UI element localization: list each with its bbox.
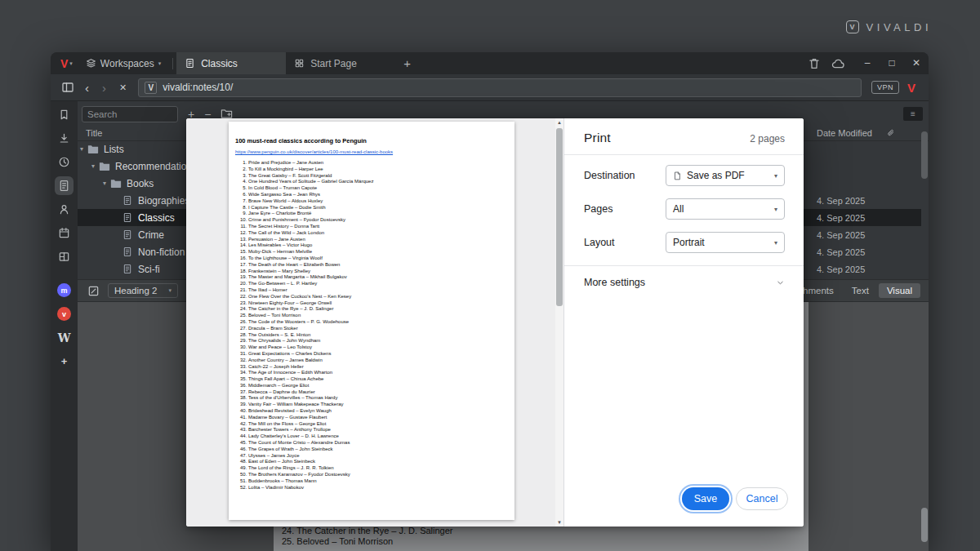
scrollbar-thumb[interactable] [921,131,928,179]
column-title[interactable]: Title [86,128,102,138]
panel-bookmarks-button[interactable] [57,108,71,122]
book-item: The Chrysalids – John Wyndham [248,338,508,344]
print-dialog: 100 must-read classics according to Peng… [186,118,804,527]
scroll-up-icon[interactable]: ▲ [555,118,564,127]
book-item: I Capture The Castle – Dodie Smith [248,205,508,211]
panel-history-button[interactable] [57,155,71,169]
book-item: The Outsiders – S. E. Hinton [248,332,508,339]
window-controls: – □ ✕ [855,52,929,74]
cancel-button[interactable]: Cancel [736,487,788,510]
search-input[interactable] [82,106,178,122]
minimize-button[interactable]: – [855,52,880,74]
column-date-modified[interactable]: Date Modified [817,128,872,138]
editor-tab-text[interactable]: Text [844,283,877,298]
more-settings-label: More settings [584,277,645,288]
wikipedia-icon: W [58,331,71,344]
scrollbar-thumb[interactable] [921,508,928,542]
note-edit-icon[interactable] [87,285,100,297]
panel-toggle-icon[interactable] [61,81,74,94]
dialog-footer: Save Cancel [564,471,804,527]
book-item: To the Lighthouse – Virginia Woolf [248,256,508,262]
book-item: Dracula – Bram Stoker [248,326,508,332]
forward-button[interactable]: › [102,82,106,94]
folder-icon [99,161,110,171]
book-item: Buddenbrooks – Thomas Mann [248,478,508,485]
scrollbar-thumb[interactable] [556,128,563,306]
sync-cloud-icon[interactable] [831,57,844,70]
new-tab-button[interactable]: + [395,56,419,70]
dropdown-caret-icon: ▾ [774,172,777,180]
browser-window: V ▾ Workspaces ▾ ClassicsStart Page + – … [51,52,929,551]
panel-calendar-button[interactable] [57,226,71,240]
editor-tab-visual[interactable]: Visual [879,283,920,298]
book-item: The Code of the Woosters – P. G. Wodehou… [248,319,508,326]
date-modified: 4. Sep 2025 [817,213,865,223]
more-settings-button[interactable]: More settings [564,266,804,299]
maximize-button[interactable]: □ [880,52,904,74]
book-item: Nineteen Eighty-Four – George Orwell [248,300,508,307]
panel-wikipedia-button[interactable]: W [57,331,71,344]
back-button[interactable]: ‹ [85,82,89,94]
destination-select[interactable]: Save as PDF▾ [666,165,785,186]
book-item: Lolita – Vladimir Nabokov [248,485,508,491]
book-item: Jane Eyre – Charlotte Brontë [248,211,508,217]
url-field[interactable]: V vivaldi:notes/10/ [138,78,862,97]
panel-notes-button[interactable] [57,179,71,193]
text-style-dropdown[interactable]: Heading 2 ▾ [108,283,178,298]
panel-contacts-button[interactable] [57,202,71,216]
chevron-down-icon [776,278,785,287]
date-modified: 4. Sep 2025 [817,247,865,257]
print-field-label: Destination [584,170,666,181]
book-item: Beloved – Toni Morrison [248,313,508,319]
panel-tiling-button[interactable] [57,250,71,264]
book-item: The Master and Margarita – Mikhail Bulga… [248,274,508,281]
print-title: Print [584,131,611,145]
book-item: Les Misérables – Victor Hugo [248,242,508,249]
trash-icon[interactable] [808,57,821,70]
pages-select[interactable]: All▾ [666,198,785,220]
chevron-down-icon: ▾ [69,60,73,67]
panel-mastodon-button[interactable]: m [57,283,71,297]
panel-menu-button[interactable]: ≡ [903,107,923,121]
preview-scrollbar[interactable]: ▲ ▼ [555,118,564,527]
tab-start-page[interactable]: Start Page [286,52,395,74]
panel-add-webpanel-button[interactable]: + [57,354,71,368]
vivaldi-menu-button[interactable]: V ▾ [56,57,78,70]
editor-scrollbar[interactable] [921,506,928,548]
book-item: One Hundred Years of Solitude – Gabriel … [248,179,508,185]
workspaces-button[interactable]: Workspaces ▾ [78,58,169,69]
history-icon [58,156,70,168]
book-item: Lady Chatterley's Lover – D. H. Lawrence [248,433,508,440]
save-button[interactable]: Save [682,487,729,510]
pdf-icon [673,171,682,181]
scroll-down-icon[interactable]: ▼ [555,518,564,527]
speeddial-icon [294,58,305,69]
print-header: Print 2 pages [564,118,804,154]
page-count: 2 pages [750,133,785,144]
layers-icon [86,58,96,69]
book-item: Catch-22 – Joseph Heller [248,364,508,371]
vpn-badge[interactable]: VPN [871,81,899,94]
folder-icon [110,178,122,189]
stop-button[interactable]: ✕ [119,83,127,92]
dropdown-caret-icon: ▾ [774,206,777,213]
layout-select[interactable]: Portrait▾ [666,232,785,253]
tab-classics[interactable]: Classics [176,52,286,74]
profile-vivaldi-icon[interactable]: V [907,81,915,95]
list-scrollbar[interactable] [921,129,928,276]
book-item: The Count of Monte Cristo – Alexandre Du… [248,440,508,447]
notepage-icon [122,229,133,240]
book-item: Madame Bovary – Gustave Flaubert [248,415,508,421]
book-item: The Go-Between – L. P. Hartley [248,281,508,287]
vivaldi-logo-text: VIVALDI [866,21,932,33]
book-item: The Grapes of Wrath – John Steinbeck [248,447,508,453]
book-item: Great Expectations – Charles Dickens [248,351,508,358]
panel-social-button[interactable]: v [57,307,71,321]
close-button[interactable]: ✕ [904,52,929,74]
print-settings-pane: Print 2 pages DestinationSave as PDF▾Pag… [564,118,804,527]
book-item: Vanity Fair – William Makepeace Thackera… [248,402,508,408]
print-field-row: LayoutPortrait▾ [584,232,785,253]
panel-downloads-button[interactable] [57,131,71,145]
url-text: vivaldi:notes/10/ [163,82,233,93]
book-list: Pride and Prejudice – Jane AustenTo Kill… [235,160,508,491]
